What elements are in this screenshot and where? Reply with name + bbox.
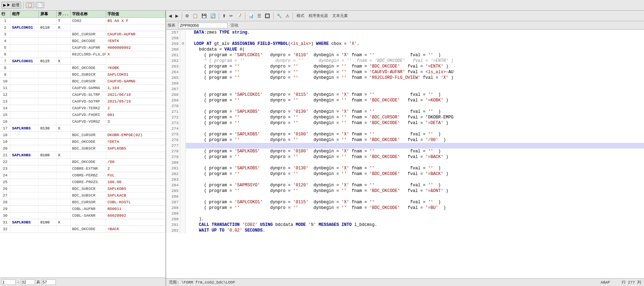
screen-cell: [39, 132, 57, 138]
table-row[interactable]: 23 COBRE-EXTNR 2: [0, 165, 165, 172]
row-num: 11: [0, 85, 11, 91]
table-row[interactable]: 7 SAPLCOKO1 0115 X: [0, 58, 165, 65]
settings-btn[interactable]: ⚙: [184, 13, 190, 19]
table-row[interactable]: 2 SAPLCOKO1 0110 X: [0, 24, 165, 31]
table-row[interactable]: 12 CAUFVD-GLTRP 2021/06/18: [0, 92, 165, 98]
save-rt-btn[interactable]: 💾: [200, 13, 208, 19]
program-cell: SAPLKOBS: [11, 152, 39, 158]
layout-btn[interactable]: 🔲: [264, 13, 271, 19]
line-number: 279: [166, 154, 180, 160]
row-num: 9: [0, 71, 11, 78]
table-row[interactable]: 5 CAUFVD-AUFNR 4000000092: [0, 45, 165, 51]
edit-btn[interactable]: ✏: [228, 13, 234, 19]
table-row[interactable]: 25 COBRE-PROZS 100.00: [0, 179, 165, 186]
line-number: 283: [166, 177, 180, 182]
table-row[interactable]: 3 BDC_CURSOR CAUFVD-AUFNR: [0, 31, 165, 38]
table-row[interactable]: 22 BDC_OKCODE /00: [0, 159, 165, 165]
table-row[interactable]: 15 CAUFVD-FHORI 001: [0, 112, 165, 118]
code-content: ( program = 'SAPLKOBS' dynpro = '0130' d…: [186, 165, 644, 171]
table-row[interactable]: 8 BDC_OKCODE =KOBK: [0, 65, 165, 71]
copy-rt-btn[interactable]: 📋: [192, 13, 199, 19]
table-row[interactable]: 24 COBRE-PERBZ FUL: [0, 172, 165, 179]
table-row[interactable]: 4 BDC_OKCODE =ENTK: [0, 38, 165, 45]
program-cell: [11, 118, 39, 125]
screen-cell: 0100: [39, 219, 57, 226]
fold-icon[interactable]: ⊟: [180, 41, 186, 47]
screen-cell: [39, 226, 57, 232]
table-row[interactable]: 18 BDC_CURSOR DKOBR-EMPGE(02): [0, 132, 165, 139]
fold-icon: [180, 216, 186, 222]
table-row[interactable]: 6 R62CLORD-FLG_OVIEW X: [0, 51, 165, 58]
open-cell: X: [57, 219, 71, 226]
grid-btn[interactable]: ☰: [256, 13, 262, 19]
page-total-input[interactable]: [21, 279, 35, 285]
table-row[interactable]: 11 CAUFVD-GAMNG 1,184: [0, 85, 165, 92]
beautify-menu[interactable]: 程序美化器: [307, 13, 329, 18]
fold-icon: [180, 177, 186, 182]
screen-cell: [39, 65, 57, 71]
code-content: ( program = '' dynpro = '' dynbegin = ''…: [186, 137, 644, 143]
table-row[interactable]: 28 BDC_CURSOR COBL-KOSTL: [0, 199, 165, 206]
table-row[interactable]: 1 T CO02 BS AA X F: [0, 18, 165, 24]
code-line: 268 ( program = 'SAPLCOKO1' dynpro = '01…: [166, 92, 644, 98]
table-row[interactable]: 17 SAPLKOBS 0130 X: [0, 125, 165, 132]
code-line: 276 ( program = '' dynpro = '' dynbegin …: [166, 137, 644, 143]
code-line: 273 ( program = '' dynpro = '' dynbegin …: [166, 120, 644, 126]
program-cell: [11, 112, 39, 118]
fold-icon: [180, 205, 186, 211]
fieldname-cell: COBRE-PERBZ: [71, 172, 106, 179]
paste-button[interactable]: 📄: [36, 2, 44, 8]
table-row[interactable]: 20 BDC_SUBSCR SAPLKOBS: [0, 145, 165, 152]
code-content: LOOP AT gt_alv ASSIGNING FIELD-SYMBOL(<l…: [186, 41, 644, 47]
line-number: 282: [166, 171, 180, 177]
process-button[interactable]: ▶ ▶ 处理: [1, 2, 21, 8]
table-row[interactable]: 10 BDC_CURSOR CAUFVD-GAMNG: [0, 78, 165, 85]
fold-icon: [180, 143, 186, 148]
code-content: [186, 126, 644, 132]
table-row[interactable]: 9 BDC_SUBSCR SAPLCOKO1: [0, 71, 165, 78]
table-row[interactable]: 13 CAUFVD-GSTRP 2021/05/19: [0, 98, 165, 105]
table-row[interactable]: 19 BDC_OKCODE =DETA: [0, 139, 165, 145]
program-cell: [11, 65, 39, 71]
table-row[interactable]: 21 SAPLKOBS 0100 X: [0, 152, 165, 159]
text-elements-menu[interactable]: 文本元素: [331, 13, 349, 18]
table-row[interactable]: 29 COBL-AUFNR RD0011: [0, 206, 165, 212]
program-cell: [11, 71, 39, 78]
screen-cell: 0115: [39, 58, 57, 64]
table-row[interactable]: 27 BDC_SUBSCR SAPLKACB: [0, 192, 165, 199]
chart-btn[interactable]: 📊: [247, 13, 255, 19]
refresh-btn[interactable]: 🔄: [209, 13, 217, 19]
row-num: 18: [0, 132, 11, 138]
open-cell: X: [57, 152, 71, 158]
copy-button[interactable]: 📋: [26, 2, 34, 8]
open-cell: [57, 98, 71, 105]
table-row[interactable]: 14 CAUFVD-TERKZ 2: [0, 105, 165, 112]
mode-menu[interactable]: 模式: [295, 13, 306, 18]
page-current-input[interactable]: [1, 279, 16, 285]
page-size-input[interactable]: [42, 279, 56, 285]
table-row[interactable]: 30 COBL-SAKNR 66020902: [0, 212, 165, 219]
nav-fwd-btn[interactable]: ▶: [174, 13, 180, 19]
doc-btn[interactable]: 📝: [235, 13, 243, 19]
report-input[interactable]: [178, 23, 228, 28]
fold-icon: [180, 103, 186, 109]
table-row[interactable]: 26 BDC_SUBSCR SAPLKOBS: [0, 186, 165, 192]
tool-btn[interactable]: 🔧: [276, 13, 283, 19]
nav-back-btn[interactable]: ◀: [168, 13, 173, 19]
page-sep: -: [17, 280, 19, 284]
table-row[interactable]: 31 SAPLKOBS 0100 X: [0, 219, 165, 226]
code-line: 284 ( program = 'SAPMSSYO' dynpro = '012…: [166, 182, 644, 188]
open-cell: [57, 165, 71, 172]
table-row[interactable]: 32 BDC_OKCODE =BACK: [0, 226, 165, 233]
code-area[interactable]: 257 DATA:zmes TYPE string.258 259⊟ LOOP …: [166, 30, 644, 278]
fieldvalue-cell: 1,184: [106, 85, 165, 91]
up-btn[interactable]: ⬆: [221, 13, 227, 19]
line-number: 258: [166, 35, 180, 41]
row-num: 8: [0, 65, 11, 71]
fieldvalue-cell: 66020902: [106, 212, 165, 219]
warn-btn[interactable]: ⚠: [285, 13, 291, 19]
fieldvalue-cell: =BACK: [106, 226, 165, 232]
code-content: ( program = '' dynpro = '' dynbegin = ''…: [186, 154, 644, 160]
program-cell: [11, 139, 39, 145]
table-row[interactable]: 16 CAUFVD-VORGZ 3: [0, 118, 165, 125]
